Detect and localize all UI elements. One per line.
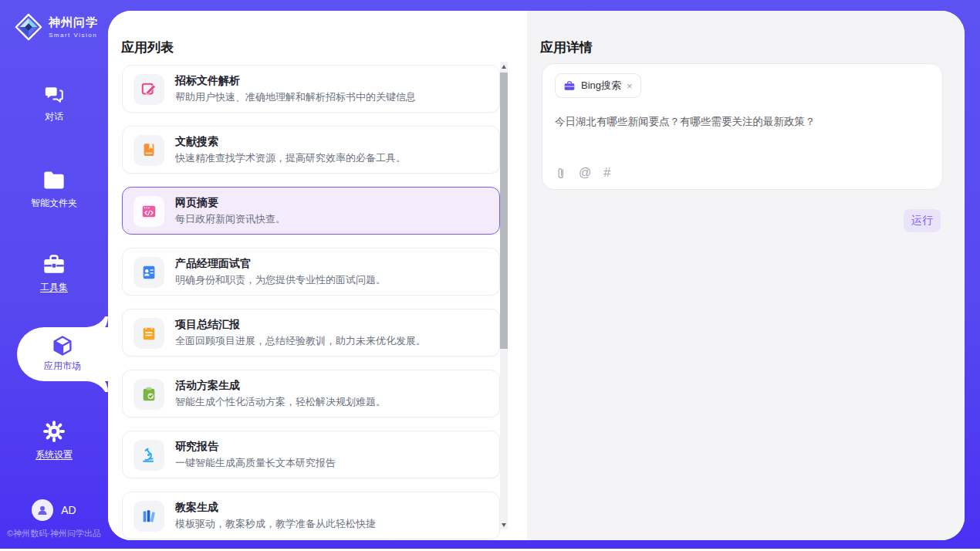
app-card-desc: 帮助用户快速、准确地理解和解析招标书中的关键信息 bbox=[175, 90, 416, 104]
copyright-text: ©神州数码·神州问学出品 bbox=[0, 528, 108, 539]
query-text[interactable]: 今日湖北有哪些新闻要点？有哪些需要关注的最新政策？ bbox=[555, 115, 816, 129]
notepad-icon bbox=[133, 318, 164, 349]
brand-title: 神州问学 bbox=[49, 15, 98, 30]
list-scrollbar[interactable] bbox=[500, 62, 508, 529]
app-card-project-summary[interactable]: 项目总结汇报 全面回顾项目进展，总结经验教训，助力未来优化发展。 bbox=[122, 309, 500, 357]
app-list-title: 应用列表 bbox=[121, 39, 174, 56]
briefcase-icon bbox=[563, 80, 576, 92]
book-icon bbox=[133, 135, 164, 166]
app-card-desc: 一键智能生成高质量长文本研究报告 bbox=[175, 456, 336, 470]
app-card-bid-parse[interactable]: 招标文件解析 帮助用户快速、准确地理解和解析招标书中的关键信息 bbox=[122, 65, 500, 113]
app-card-desc: 智能生成个性化活动方案，轻松解决规划难题。 bbox=[175, 395, 386, 409]
app-detail-title: 应用详情 bbox=[540, 39, 593, 56]
app-card-title: 教案生成 bbox=[175, 501, 218, 515]
app-card-pm-interviewer[interactable]: 产品经理面试官 明确身份和职责，为您提供专业性的面试问题。 bbox=[122, 248, 500, 296]
microscope-icon bbox=[133, 440, 164, 471]
folder-icon bbox=[42, 171, 66, 191]
tag-close-icon[interactable]: × bbox=[627, 80, 633, 92]
books-icon bbox=[133, 501, 164, 532]
toolbox-icon bbox=[42, 254, 66, 276]
user-account[interactable]: AD bbox=[0, 499, 108, 521]
interview-person-icon bbox=[133, 257, 164, 288]
chat-icon bbox=[42, 83, 66, 105]
avatar bbox=[32, 499, 53, 521]
app-list-panel: 应用列表 招标文件解析 帮助用户快速、准确地理解和解析招标书中的关键信息 bbox=[108, 11, 527, 540]
main-content: 应用列表 招标文件解析 帮助用户快速、准确地理解和解析招标书中的关键信息 bbox=[108, 11, 965, 540]
sidebar-item-toolset[interactable]: 工具集 bbox=[0, 254, 108, 294]
sidebar-item-label: 应用市场 bbox=[17, 360, 108, 373]
app-list: 招标文件解析 帮助用户快速、准确地理解和解析招标书中的关键信息 文献搜索 快速精… bbox=[122, 65, 500, 540]
run-button[interactable]: 运行 bbox=[904, 209, 941, 232]
brand-logo: 神州问学 Smart Vision bbox=[14, 12, 98, 42]
attachment-toolbar: @ # bbox=[555, 166, 610, 180]
app-card-title: 网页摘要 bbox=[175, 196, 218, 210]
gear-icon bbox=[42, 420, 66, 443]
sidebar-item-app-market[interactable]: 应用市场 bbox=[17, 327, 108, 381]
at-icon[interactable]: @ bbox=[579, 166, 591, 180]
cube-icon bbox=[51, 333, 74, 358]
app-card-literature-search[interactable]: 文献搜索 快速精准查找学术资源，提高研究效率的必备工具。 bbox=[122, 126, 500, 174]
tool-tag-bing-search[interactable]: Bing搜索 × bbox=[555, 73, 641, 98]
scroll-down-icon[interactable] bbox=[500, 520, 508, 529]
sidebar-item-label: 对话 bbox=[0, 110, 108, 123]
app-card-title: 活动方案生成 bbox=[175, 379, 240, 393]
tool-tag-label: Bing搜索 bbox=[581, 79, 621, 93]
app-card-lesson-plan[interactable]: 教案生成 模板驱动，教案秒成，教学准备从此轻松快捷 bbox=[122, 492, 500, 539]
sidebar-item-chat[interactable]: 对话 bbox=[0, 83, 108, 123]
app-card-web-summary[interactable]: 网页摘要 每日政府新闻资讯快查。 bbox=[122, 187, 500, 235]
app-card-title: 产品经理面试官 bbox=[175, 257, 251, 271]
sidebar-item-smart-folder[interactable]: 智能文件夹 bbox=[0, 171, 108, 210]
hash-icon[interactable]: # bbox=[603, 166, 610, 180]
app-card-title: 招标文件解析 bbox=[175, 74, 240, 88]
person-icon bbox=[35, 503, 49, 517]
app-card-event-plan[interactable]: 活动方案生成 智能生成个性化活动方案，轻松解决规划难题。 bbox=[122, 370, 500, 417]
app-card-desc: 快速精准查找学术资源，提高研究效率的必备工具。 bbox=[175, 151, 406, 165]
sidebar-item-label: 智能文件夹 bbox=[0, 197, 108, 210]
browser-code-icon bbox=[133, 196, 164, 227]
diamond-logo-icon bbox=[14, 12, 43, 42]
user-label: AD bbox=[61, 504, 76, 516]
app-card-desc: 全面回顾项目进展，总结经验教训，助力未来优化发展。 bbox=[175, 334, 426, 348]
app-card-research-report[interactable]: 研究报告 一键智能生成高质量长文本研究报告 bbox=[122, 431, 500, 478]
app-card-title: 研究报告 bbox=[175, 440, 218, 454]
app-card-desc: 每日政府新闻资讯快查。 bbox=[175, 212, 286, 226]
query-input-card[interactable]: Bing搜索 × 今日湖北有哪些新闻要点？有哪些需要关注的最新政策？ @ # bbox=[542, 63, 943, 190]
app-window: 神州问学 Smart Vision 对话 智能文件夹 bbox=[0, 0, 980, 549]
document-edit-icon bbox=[133, 74, 164, 105]
sidebar-item-label: 工具集 bbox=[0, 281, 108, 294]
app-card-title: 项目总结汇报 bbox=[175, 318, 240, 332]
brand-subtitle: Smart Vision bbox=[49, 32, 98, 39]
sidebar: 神州问学 Smart Vision 对话 智能文件夹 bbox=[0, 0, 108, 549]
app-detail-panel: 应用详情 Bing搜索 × 今日湖北有哪些新闻要点？有哪些需要关注的最新政策？ bbox=[527, 11, 965, 540]
app-card-title: 文献搜索 bbox=[175, 135, 218, 149]
scroll-up-icon[interactable] bbox=[500, 62, 508, 71]
paperclip-icon[interactable] bbox=[555, 166, 566, 180]
app-card-desc: 明确身份和职责，为您提供专业性的面试问题。 bbox=[175, 273, 386, 287]
clipboard-check-icon bbox=[133, 379, 164, 410]
scrollbar-thumb[interactable] bbox=[500, 73, 508, 349]
sidebar-item-settings[interactable]: 系统设置 bbox=[0, 420, 108, 461]
app-card-desc: 模板驱动，教案秒成，教学准备从此轻松快捷 bbox=[175, 517, 376, 531]
sidebar-item-label: 系统设置 bbox=[0, 448, 108, 461]
